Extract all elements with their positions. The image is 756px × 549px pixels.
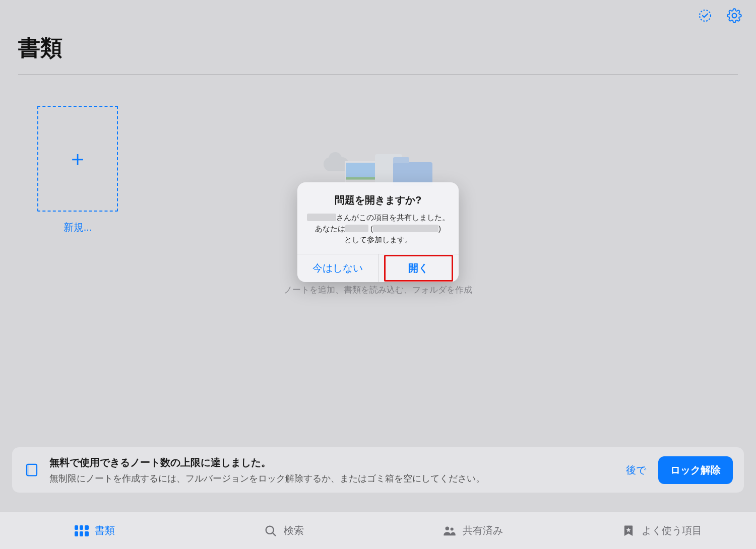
plus-icon: ＋ [67, 148, 88, 169]
svg-point-4 [445, 526, 449, 530]
people-icon [443, 524, 457, 538]
not-now-button[interactable]: 今はしない [297, 254, 378, 282]
new-document-label: 新規... [37, 221, 118, 234]
open-button-highlight: 開く [384, 255, 453, 282]
search-icon [264, 524, 278, 538]
nav-shared[interactable]: 共有済み [378, 512, 567, 549]
redacted-email [373, 225, 438, 232]
later-button[interactable]: 後で [626, 463, 646, 477]
dialog-title: 問題を開きますか? [306, 193, 450, 207]
nav-shared-label: 共有済み [463, 524, 503, 537]
bookmark-star-icon [621, 524, 636, 538]
nav-documents-label: 書類 [95, 524, 115, 537]
nav-documents[interactable]: 書類 [0, 512, 189, 549]
grid-icon [75, 525, 89, 536]
page-title: 書類 [18, 28, 738, 75]
empty-state-hint: ノートを追加、書類を読み込む、フォルダを作成 [0, 284, 756, 296]
svg-rect-2 [27, 464, 29, 476]
new-document-tile[interactable]: ＋ [37, 106, 118, 212]
svg-point-5 [450, 527, 453, 530]
banner-subtitle: 無制限にノートを作成するには、フルバージョンをロック解除するか、またはゴミ箱を空… [49, 472, 617, 485]
select-icon[interactable] [697, 7, 714, 24]
banner-title: 無料で使用できるノート数の上限に達しました。 [49, 456, 617, 469]
nav-search-label: 検索 [284, 524, 304, 537]
open-button[interactable]: 開く [389, 257, 449, 279]
nav-favorites-label: よく使う項目 [642, 524, 702, 537]
bottom-nav: 書類 検索 共有済み よく使う項目 [0, 512, 756, 549]
redacted-you [345, 225, 368, 232]
unlock-button[interactable]: ロック解除 [658, 456, 733, 484]
empty-state-illustration [323, 152, 433, 182]
nav-favorites[interactable]: よく使う項目 [567, 512, 756, 549]
nav-search[interactable]: 検索 [189, 512, 378, 549]
open-share-dialog: 問題を開きますか? さんがこの項目を共有しました。 あなたは () として参加し… [297, 182, 459, 282]
redacted-name [307, 214, 336, 221]
upgrade-banner: 無料で使用できるノート数の上限に達しました。 無制限にノートを作成するには、フル… [12, 447, 744, 493]
note-icon [23, 461, 40, 478]
dialog-message: さんがこの項目を共有しました。 あなたは () として参加します。 [306, 212, 450, 245]
gear-icon[interactable] [726, 7, 743, 24]
